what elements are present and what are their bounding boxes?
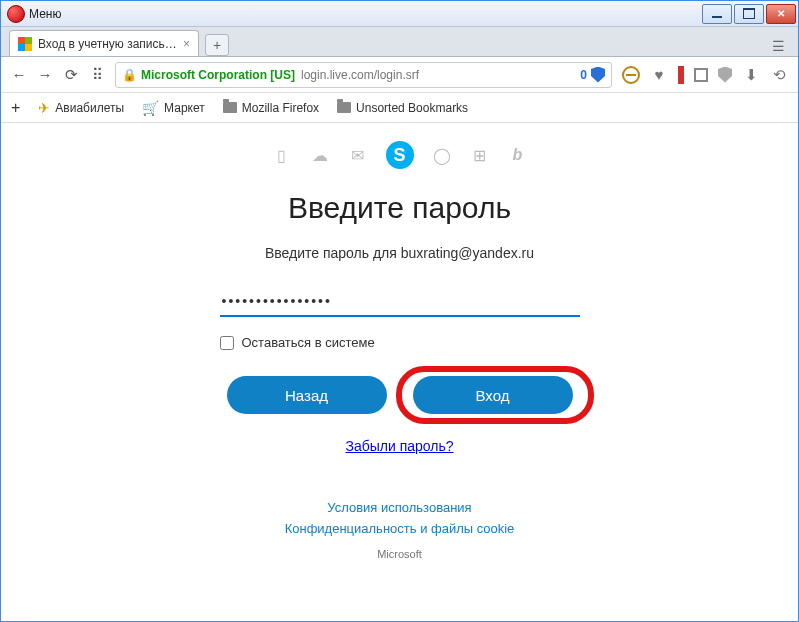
heart-icon[interactable]: ♥ — [650, 66, 668, 84]
password-section: Оставаться в системе Назад Вход Забыли п… — [220, 287, 580, 454]
forward-icon[interactable]: → — [37, 67, 53, 83]
page-subheading: Введите пароль для buxrating@yandex.ru — [265, 245, 534, 261]
address-bar[interactable]: 🔒 Microsoft Corporation [US] login.live.… — [115, 62, 612, 88]
terms-link[interactable]: Условия использования — [327, 500, 471, 515]
tab-title: Вход в учетную запись M... — [38, 37, 177, 51]
shield-icon[interactable] — [591, 67, 605, 83]
onedrive-icon: ☁ — [310, 145, 330, 165]
signin-button[interactable]: Вход — [413, 376, 573, 414]
sync-icon[interactable]: ⟲ — [770, 66, 788, 84]
back-button[interactable]: Назад — [227, 376, 387, 414]
side-panel-toggle-icon[interactable]: ☰ — [768, 36, 788, 56]
bookmark-unsorted[interactable]: Unsorted Bookmarks — [337, 101, 468, 115]
stay-signed-label: Оставаться в системе — [242, 335, 375, 350]
stay-signed-checkbox[interactable] — [220, 336, 234, 350]
button-row: Назад Вход — [220, 376, 580, 414]
footer-links: Условия использования Конфиденциальность… — [285, 498, 515, 540]
microsoft-label: Microsoft — [377, 548, 422, 560]
forgot-password-link[interactable]: Забыли пароль? — [345, 438, 453, 454]
download-icon[interactable]: ⬇ — [742, 66, 760, 84]
minimize-button[interactable] — [702, 4, 732, 24]
page-heading: Введите пароль — [288, 191, 511, 225]
shield-grey-icon[interactable] — [718, 67, 732, 83]
bookmark-market[interactable]: 🛒 Маркет — [142, 100, 205, 116]
folder-icon — [337, 102, 351, 113]
bookmark-label: Mozilla Firefox — [242, 101, 319, 115]
toolbar-icons: ♥ ⬇ ⟲ — [622, 66, 788, 84]
windows-icon: ⊞ — [470, 145, 490, 165]
address-toolbar: ← → ⟳ ⠿ 🔒 Microsoft Corporation [US] log… — [1, 57, 798, 93]
window-controls — [702, 4, 798, 24]
folder-icon — [223, 102, 237, 113]
outlook-icon: ✉ — [348, 145, 368, 165]
bookmark-label: Маркет — [164, 101, 205, 115]
close-button[interactable] — [766, 4, 796, 24]
blocked-count: 0 — [580, 68, 587, 82]
browser-tab[interactable]: Вход в учетную запись M... × — [9, 30, 199, 56]
extension-icon[interactable] — [694, 68, 708, 82]
ms-service-icons: ▯ ☁ ✉ S ◯ ⊞ b — [272, 141, 528, 169]
password-input[interactable] — [220, 287, 580, 317]
bing-icon: b — [508, 145, 528, 165]
maximize-button[interactable] — [734, 4, 764, 24]
page-content: ▯ ☁ ✉ S ◯ ⊞ b Введите пароль Введите пар… — [1, 123, 798, 621]
menu-label[interactable]: Меню — [29, 7, 61, 21]
bookmark-aviabilety[interactable]: ✈ Авиабилеты — [38, 100, 124, 116]
stay-signed-row[interactable]: Оставаться в системе — [220, 335, 580, 350]
lastpass-icon[interactable] — [678, 66, 684, 84]
tab-close-icon[interactable]: × — [183, 37, 190, 51]
skype-icon: S — [386, 141, 414, 169]
certificate-label: Microsoft Corporation [US] — [141, 68, 295, 82]
opera-menu-icon[interactable] — [7, 5, 25, 23]
office-icon: ▯ — [272, 145, 292, 165]
bookmark-label: Авиабилеты — [55, 101, 124, 115]
plane-icon: ✈ — [38, 100, 50, 116]
privacy-link[interactable]: Конфиденциальность и файлы cookie — [285, 521, 515, 536]
adblock-icon[interactable] — [622, 66, 640, 84]
browser-window: Меню Вход в учетную запись M... × + ☰ ← … — [0, 0, 799, 622]
add-bookmark-icon[interactable]: + — [11, 99, 20, 117]
address-right: 0 — [580, 67, 605, 83]
cart-icon: 🛒 — [142, 100, 159, 116]
speed-dial-icon[interactable]: ⠿ — [89, 67, 105, 83]
lock-icon: 🔒 — [122, 68, 137, 82]
bookmark-mozilla[interactable]: Mozilla Firefox — [223, 101, 319, 115]
window-titlebar: Меню — [1, 1, 798, 27]
reload-icon[interactable]: ⟳ — [63, 67, 79, 83]
url-text: login.live.com/login.srf — [301, 68, 419, 82]
new-tab-button[interactable]: + — [205, 34, 229, 56]
microsoft-favicon-icon — [18, 37, 32, 51]
bookmark-label: Unsorted Bookmarks — [356, 101, 468, 115]
back-icon[interactable]: ← — [11, 67, 27, 83]
xbox-icon: ◯ — [432, 145, 452, 165]
tab-bar: Вход в учетную запись M... × + ☰ — [1, 27, 798, 57]
bookmarks-bar: + ✈ Авиабилеты 🛒 Маркет Mozilla Firefox … — [1, 93, 798, 123]
